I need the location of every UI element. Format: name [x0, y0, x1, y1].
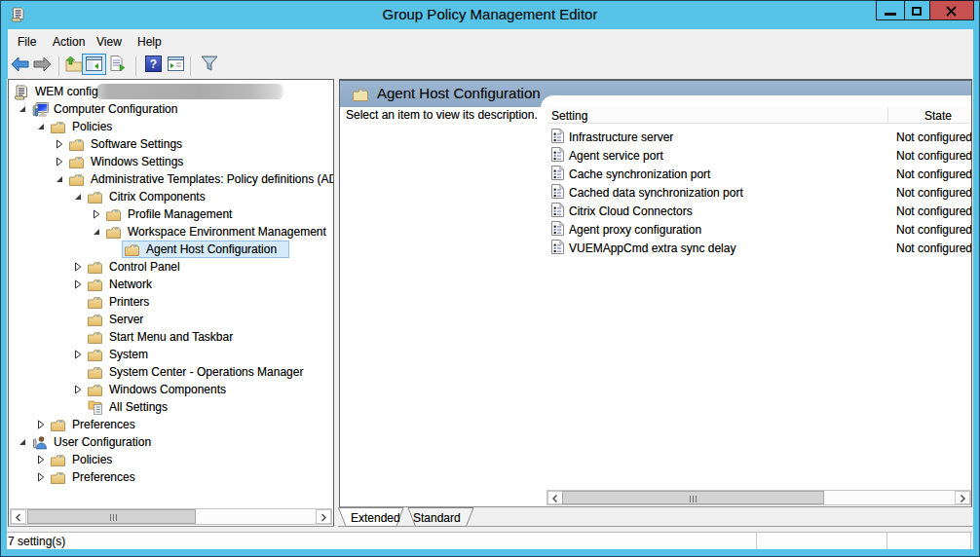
- svg-text:Standard: Standard: [413, 511, 461, 525]
- svg-text:Extended: Extended: [351, 511, 400, 525]
- svg-text:?: ?: [150, 57, 157, 71]
